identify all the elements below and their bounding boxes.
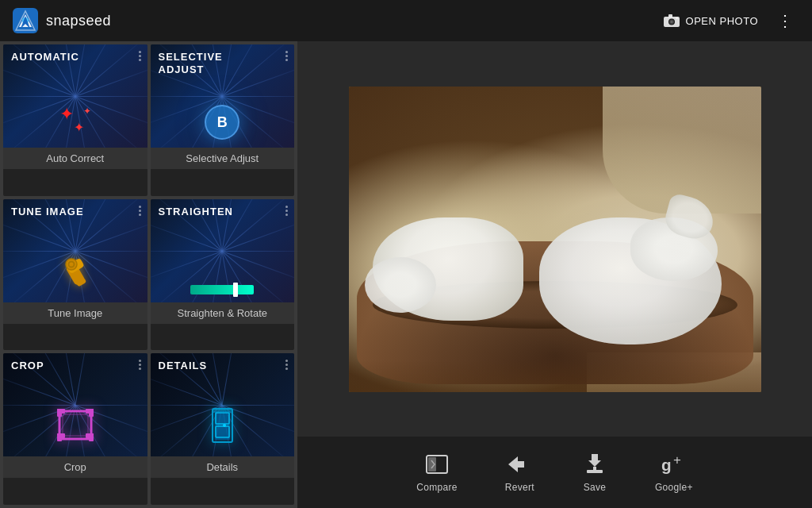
bottom-toolbar: Compare Revert xyxy=(297,437,812,508)
header: snapseed OPEN PHOTO ⋮ xyxy=(0,0,812,41)
selective-adjust-name: Selective Adjust xyxy=(151,148,295,169)
svg-point-16 xyxy=(66,259,77,270)
svg-point-33 xyxy=(223,424,226,427)
svg-text:✦: ✦ xyxy=(74,121,84,134)
level-bar xyxy=(190,285,254,294)
auto-correct-name: Auto Correct xyxy=(3,148,147,169)
page-indicator xyxy=(285,206,288,216)
photo-canvas xyxy=(349,87,761,392)
header-left: snapseed xyxy=(13,8,111,33)
stars-icon: ✦ ✦ ✦ xyxy=(44,92,107,140)
svg-rect-9 xyxy=(668,14,672,17)
selective-b-icon: B xyxy=(205,105,239,140)
svg-rect-26 xyxy=(57,433,62,441)
svg-rect-39 xyxy=(587,470,603,473)
svg-rect-30 xyxy=(215,411,230,440)
page-indicator xyxy=(139,51,141,61)
compare-label: Compare xyxy=(416,482,457,493)
svg-marker-37 xyxy=(508,456,524,472)
tool-card-selective-adjust[interactable]: SELECTIVE ADJUST B Selective Adjust xyxy=(151,44,295,196)
svg-text:+: + xyxy=(673,453,681,468)
wrench-icon-area xyxy=(3,251,147,294)
camera-icon xyxy=(664,14,680,27)
right-panel: Compare Revert xyxy=(297,41,812,508)
snapseed-logo-icon xyxy=(13,8,38,33)
google-plus-button[interactable]: g + Google+ xyxy=(655,452,693,493)
crop-name: Crop xyxy=(3,456,147,478)
level-icon-area xyxy=(151,285,295,294)
compare-icon-svg xyxy=(425,454,449,475)
more-icon: ⋮ xyxy=(777,12,793,29)
details-label: DETAILS xyxy=(159,360,208,372)
svg-rect-28 xyxy=(89,433,94,441)
open-photo-button[interactable]: OPEN PHOTO xyxy=(664,14,758,27)
svg-text:✦: ✦ xyxy=(59,104,74,124)
save-label: Save xyxy=(584,482,607,493)
revert-label: Revert xyxy=(505,482,534,493)
revert-button[interactable]: Revert xyxy=(505,452,534,493)
google-plus-icon: g + xyxy=(661,452,687,477)
open-photo-label: OPEN PHOTO xyxy=(686,15,758,27)
photo-area xyxy=(297,41,812,437)
crop-icon xyxy=(52,405,99,448)
tool-card-tune-image[interactable]: TUNE IMAGE xyxy=(3,199,147,351)
tool-card-straighten[interactable]: STRAIGHTEN Straighten & Rotate xyxy=(151,199,295,351)
google-plus-label: Google+ xyxy=(655,482,693,493)
details-name: Details xyxy=(151,456,295,478)
svg-marker-38 xyxy=(588,454,601,467)
tool-card-details[interactable]: DETAILS xyxy=(151,353,295,505)
revert-icon xyxy=(507,452,532,477)
svg-text:✦: ✦ xyxy=(83,106,91,117)
save-icon xyxy=(582,452,607,477)
svg-rect-20 xyxy=(63,414,88,436)
svg-rect-22 xyxy=(57,409,62,417)
header-right: OPEN PHOTO ⋮ xyxy=(664,8,799,33)
svg-point-8 xyxy=(670,21,672,23)
photo-background xyxy=(349,87,761,392)
svg-rect-34 xyxy=(213,409,232,413)
auto-correct-icon-area: ✦ ✦ ✦ xyxy=(3,92,147,140)
selective-adjust-label: SELECTIVE ADJUST xyxy=(159,51,223,75)
page-indicator xyxy=(285,360,288,370)
google-plus-icon-svg: g + xyxy=(661,453,687,475)
straighten-label: STRAIGHTEN xyxy=(159,206,234,218)
compare-icon xyxy=(424,452,450,477)
crop-label: CROP xyxy=(11,360,44,372)
save-icon-svg xyxy=(584,452,606,476)
auto-correct-label: AUTOMATIC xyxy=(11,51,79,64)
tune-image-name: Tune Image xyxy=(3,302,147,324)
tool-card-crop[interactable]: CROP xyxy=(3,353,147,505)
svg-rect-10 xyxy=(676,17,678,19)
wrench-icon xyxy=(48,251,103,294)
save-button[interactable]: Save xyxy=(582,452,607,493)
details-icon-area xyxy=(151,405,295,448)
page-indicator xyxy=(139,360,141,370)
crop-icon-area xyxy=(3,405,147,448)
app-title: snapseed xyxy=(46,13,111,29)
selective-b-icon-area: B xyxy=(151,105,295,140)
page-indicator xyxy=(139,206,141,216)
compare-button[interactable]: Compare xyxy=(416,452,457,493)
tool-card-auto-correct[interactable]: AUTOMATIC ✦ ✦ ✦ Auto Correct xyxy=(3,44,147,196)
page-indicator xyxy=(285,51,288,61)
main-content: AUTOMATIC ✦ ✦ ✦ Auto Correct xyxy=(0,41,812,508)
photo-frame xyxy=(349,87,761,392)
straighten-name: Straighten & Rotate xyxy=(151,302,295,324)
svg-text:g: g xyxy=(661,456,672,474)
more-menu-button[interactable]: ⋮ xyxy=(771,8,799,33)
details-door-icon xyxy=(201,405,244,448)
revert-icon-svg xyxy=(507,453,532,475)
tools-sidebar: AUTOMATIC ✦ ✦ ✦ Auto Correct xyxy=(0,41,297,508)
svg-rect-24 xyxy=(89,409,94,417)
tune-image-label: TUNE IMAGE xyxy=(11,206,84,218)
